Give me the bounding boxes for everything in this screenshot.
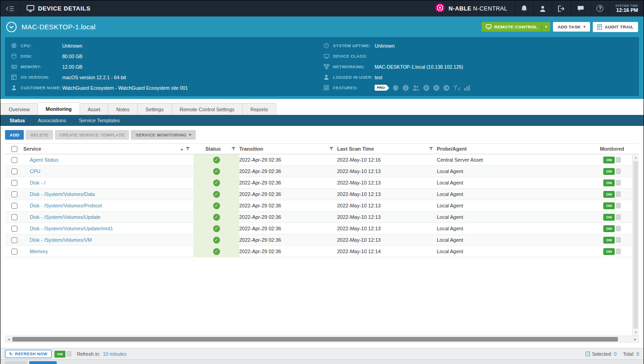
- row-checkbox[interactable]: [11, 214, 17, 220]
- help-icon[interactable]: ?: [590, 0, 609, 16]
- monitored-toggle-label[interactable]: ON: [603, 191, 615, 198]
- service-filter-icon[interactable]: [186, 147, 190, 151]
- create-service-template-button[interactable]: CREATE SERVICE TEMPLATE: [55, 130, 129, 140]
- info-label: SYSTEM UPTIME:: [331, 43, 375, 48]
- scroll-up-arrow-icon[interactable]: ▲: [633, 154, 639, 161]
- collapse-device-chevron-icon[interactable]: [6, 22, 17, 33]
- auto-refresh-toggle-knob[interactable]: [67, 351, 71, 357]
- cancel-button[interactable]: CANCEL: [29, 361, 56, 364]
- tab-monitoring[interactable]: Monitoring: [38, 102, 80, 115]
- vertical-scroll-thumb[interactable]: [633, 161, 638, 329]
- tab-reports[interactable]: Reports: [243, 103, 277, 115]
- row-checkbox[interactable]: [11, 180, 17, 186]
- monitored-toggle-label[interactable]: ON: [603, 225, 615, 232]
- monitored-toggle-knob[interactable]: [616, 157, 621, 163]
- remote-control-dropdown[interactable]: ▾: [542, 22, 550, 32]
- row-checkbox[interactable]: [11, 226, 17, 232]
- remote-control-button[interactable]: REMOTE CONTROL: [482, 22, 541, 32]
- service-link[interactable]: CPU: [30, 168, 40, 174]
- auto-refresh-toggle[interactable]: ON: [54, 351, 66, 358]
- tab-settings[interactable]: Settings: [138, 103, 172, 115]
- select-all-checkbox[interactable]: [11, 146, 17, 152]
- row-checkbox[interactable]: [11, 191, 17, 197]
- service-link[interactable]: Disk - /System/Volumes/Update: [30, 214, 101, 220]
- refresh-in-label: Refresh in:: [77, 351, 100, 357]
- features-icons: PRO: [375, 85, 470, 91]
- monitored-toggle-knob[interactable]: [616, 214, 621, 220]
- monitored-toggle-knob[interactable]: [616, 180, 621, 185]
- row-checkbox[interactable]: [11, 157, 17, 163]
- service-link[interactable]: Disk - /System/Volumes/Data: [30, 191, 95, 197]
- probe-agent-cell: Local Agent: [437, 214, 585, 220]
- tab-remote-control-settings[interactable]: Remote Control Settings: [172, 103, 243, 115]
- sort-ascending-icon[interactable]: ▲: [180, 147, 183, 151]
- tab-overview[interactable]: Overview: [0, 103, 38, 115]
- service-link[interactable]: Disk - /System/Volumes/Update/mnt1: [30, 226, 113, 231]
- monitored-toggle-knob[interactable]: [616, 226, 621, 231]
- tab-notes[interactable]: Notes: [108, 103, 138, 115]
- info-value: macOS version 12.2.1 - 64-bit: [62, 75, 126, 80]
- subtab-status[interactable]: Status: [3, 115, 32, 126]
- monitored-toggle-label[interactable]: ON: [603, 237, 615, 244]
- service-link[interactable]: Disk - /System/Volumes/VM: [30, 237, 92, 243]
- service-link[interactable]: Disk - /: [30, 180, 45, 185]
- refresh-interval-link[interactable]: 10 minutes: [103, 351, 126, 357]
- logout-icon[interactable]: [552, 0, 571, 16]
- save-button[interactable]: SAVE: [5, 361, 27, 364]
- row-checkbox[interactable]: [11, 249, 17, 255]
- transition-cell: 2022-Apr-29 02:36: [239, 203, 337, 208]
- delete-button[interactable]: DELETE: [26, 130, 53, 140]
- row-checkbox[interactable]: [11, 237, 17, 243]
- transition-filter-icon[interactable]: [329, 147, 333, 151]
- horizontal-scrollbar[interactable]: ◀ ▶: [5, 336, 639, 342]
- last-scan-cell: 2022-May-10 12:13: [337, 191, 437, 197]
- horizontal-scroll-thumb[interactable]: [12, 337, 618, 342]
- table-body: Agent Status ✓ 2022-Apr-29 02:36 2022-Ma…: [5, 154, 639, 257]
- service-link[interactable]: Agent Status: [30, 157, 59, 163]
- monitored-toggle-label[interactable]: ON: [603, 179, 615, 186]
- chat-icon[interactable]: [571, 0, 590, 16]
- collapse-menu-icon[interactable]: [0, 0, 20, 16]
- row-checkbox[interactable]: [11, 168, 17, 174]
- last-scan-filter-icon[interactable]: [429, 147, 433, 151]
- service-monitoring-button[interactable]: SERVICE MONITORING ▾: [131, 130, 195, 140]
- device-header: MAC-DESKTOP-1.local REMOTE CONTROL ▾ ADD…: [0, 16, 644, 37]
- scroll-right-arrow-icon[interactable]: ▶: [632, 336, 639, 342]
- user-account-icon[interactable]: [533, 0, 552, 16]
- probe-agent-cell: Local Agent: [437, 203, 585, 208]
- notifications-bell-icon[interactable]: [515, 0, 533, 16]
- monitored-toggle-knob[interactable]: [616, 249, 621, 254]
- monitored-toggle-label[interactable]: ON: [603, 168, 615, 175]
- scroll-down-arrow-icon[interactable]: ▼: [633, 329, 639, 336]
- selected-check-icon: ✓: [585, 352, 590, 356]
- row-checkbox[interactable]: [11, 203, 17, 209]
- monitored-toggle-label[interactable]: ON: [603, 202, 615, 209]
- selected-count: ✓ Selected: 0: [585, 351, 617, 357]
- scroll-left-arrow-icon[interactable]: ◀: [5, 336, 12, 342]
- vertical-scrollbar[interactable]: ▲ ▼: [632, 154, 639, 336]
- add-button[interactable]: ADD: [5, 130, 24, 140]
- device-header-zone: MAC-DESKTOP-1.local REMOTE CONTROL ▾ ADD…: [0, 16, 644, 99]
- table-viewport: Agent Status ✓ 2022-Apr-29 02:36 2022-Ma…: [5, 154, 639, 336]
- brand-y-icon: [453, 85, 460, 91]
- add-task-button[interactable]: ADD TASK ▾: [553, 22, 590, 32]
- status-filter-icon[interactable]: [231, 147, 236, 151]
- monitored-toggle-knob[interactable]: [616, 237, 621, 243]
- service-link[interactable]: Memory: [30, 249, 48, 254]
- tab-asset[interactable]: Asset: [80, 103, 109, 115]
- monitored-toggle-label[interactable]: ON: [603, 248, 615, 255]
- monitored-toggle-knob[interactable]: [616, 168, 621, 174]
- service-link[interactable]: Disk - /System/Volumes/Preboot: [30, 203, 102, 208]
- total-label: Total:: [623, 351, 634, 357]
- service-monitoring-label: SERVICE MONITORING: [135, 132, 186, 137]
- monitored-toggle-label[interactable]: ON: [603, 157, 615, 163]
- monitored-toggle-knob[interactable]: [616, 191, 621, 197]
- subtab-service-templates[interactable]: Service Templates: [72, 115, 126, 126]
- status-ok-icon: ✓: [213, 168, 220, 175]
- audit-trail-button[interactable]: AUDIT TRAIL: [593, 22, 638, 32]
- monitored-toggle-knob[interactable]: [616, 203, 621, 208]
- subtab-associations[interactable]: Associations: [32, 115, 73, 126]
- refresh-now-button[interactable]: ↻ REFRESH NOW: [5, 350, 52, 358]
- audit-trail-label: AUDIT TRAIL: [605, 24, 633, 29]
- monitored-toggle-label[interactable]: ON: [603, 214, 615, 221]
